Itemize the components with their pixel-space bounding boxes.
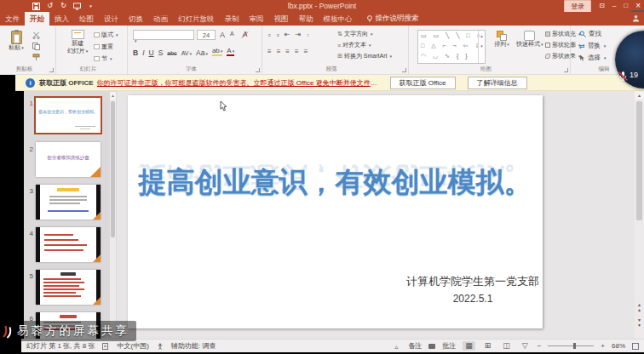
shrink-font-icon[interactable]: A <box>230 31 234 37</box>
paragraph-dialog-launcher[interactable] <box>402 68 406 72</box>
columns-icon[interactable] <box>304 48 308 55</box>
line-spacing-icon[interactable] <box>306 31 309 38</box>
spellcheck-icon[interactable] <box>102 343 109 350</box>
quick-styles-button[interactable]: 快速样式 <box>516 31 542 49</box>
language-indicator[interactable]: 中文(中国) <box>117 341 148 351</box>
format-painter-icon[interactable] <box>32 54 40 61</box>
slide-sorter-view-button[interactable] <box>482 341 494 351</box>
slide-canvas[interactable]: 提高创业意识，有效创业模拟。 提高创业意识，有效创业模拟。 计算机学院学生第一党… <box>128 95 543 328</box>
font-name-combobox[interactable] <box>133 30 194 40</box>
numbering-icon[interactable] <box>276 31 279 38</box>
thumbnail-slide-3[interactable] <box>36 185 101 220</box>
slideshow-view-button[interactable] <box>520 341 531 351</box>
justify-icon[interactable] <box>295 48 299 55</box>
clipboard-dialog-launcher[interactable] <box>49 68 54 72</box>
strikethrough-button[interactable]: abc <box>167 50 176 56</box>
change-case-button[interactable]: Aa <box>196 49 208 57</box>
reading-view-button[interactable] <box>500 341 513 351</box>
italic-button[interactable]: I <box>142 49 144 57</box>
scroll-up-icon[interactable]: ▴ <box>635 91 644 100</box>
clear-formatting-icon[interactable] <box>241 31 249 40</box>
cut-icon[interactable] <box>32 31 40 39</box>
vertical-scrollbar[interactable]: ▴ ▲▲ ▼▼ <box>635 91 644 339</box>
align-right-icon[interactable] <box>285 48 290 55</box>
user-icon[interactable] <box>632 14 640 22</box>
tab-record[interactable]: 录制 <box>220 12 244 26</box>
copy-icon[interactable] <box>32 43 40 50</box>
thumbnail-slide-4[interactable] <box>36 227 101 262</box>
shapes-gallery[interactable]: ▭ ▭ ╲ ╲ □ ○ □ △ ⌐ ¬ ⇦ ⇩ ◠ ◡ ∿ { } ▴▾ <box>417 30 486 64</box>
close-button[interactable] <box>635 2 641 10</box>
login-button[interactable]: 登录 <box>564 0 591 13</box>
tab-draw[interactable]: 绘图 <box>74 12 99 26</box>
tab-review[interactable]: 审阅 <box>244 12 269 26</box>
tell-me-search[interactable]: 操作说明搜索 <box>366 14 419 24</box>
previous-slide-button[interactable]: ▲▲ <box>635 302 644 312</box>
tab-insert[interactable]: 插入 <box>49 12 74 26</box>
accessibility-status[interactable]: 辅助功能: 调查 <box>171 341 216 351</box>
warning-message-link[interactable]: 你的许可证并非正版，你可能是盗版软件的受害者。立即通过正版 Office 避免中… <box>97 78 378 88</box>
shapes-gallery-scrollbar[interactable]: ▴▾ <box>478 31 485 64</box>
accessibility-icon[interactable] <box>157 343 164 350</box>
learn-more-button[interactable]: 了解详细信息 <box>468 77 527 89</box>
zoom-slider-thumb[interactable] <box>573 343 576 349</box>
slide-date-text[interactable]: 2022.5.1 <box>392 293 554 305</box>
next-slide-button[interactable]: ▼▼ <box>635 317 644 328</box>
increase-indent-icon[interactable] <box>296 31 302 38</box>
tab-home[interactable]: 开始 <box>25 12 49 26</box>
bold-button[interactable]: B <box>133 49 138 57</box>
select-button[interactable]: 选择 <box>579 54 607 62</box>
comments-toggle[interactable]: 批注 <box>442 341 456 351</box>
font-dialog-launcher[interactable] <box>256 68 260 72</box>
tab-view[interactable]: 视图 <box>269 12 294 26</box>
ribbon-display-options-icon[interactable] <box>599 3 605 9</box>
slide-byline-text[interactable]: 计算机学院学生第一党支部 <box>392 274 554 289</box>
text-direction-button[interactable]: 文字方向 <box>337 30 392 38</box>
decrease-indent-icon[interactable] <box>285 31 290 38</box>
maximize-button[interactable] <box>624 3 628 9</box>
tab-slideshow[interactable]: 幻灯片放映 <box>173 12 220 26</box>
panel-scroll-up-icon[interactable]: ▴ <box>110 92 116 100</box>
thumbnail-slide-1[interactable]: 提高创业意识，有效创业模拟。 <box>36 98 101 133</box>
font-size-combobox[interactable]: 24 <box>197 30 216 40</box>
redo-icon[interactable] <box>60 3 67 10</box>
font-color-button[interactable]: A <box>227 48 234 56</box>
customize-quick-access-icon[interactable] <box>87 3 95 10</box>
find-button[interactable]: 查找 <box>579 30 607 38</box>
align-center-icon[interactable] <box>277 48 281 55</box>
convert-smartart-button[interactable]: 转换为 SmartArt <box>337 52 392 60</box>
normal-view-button[interactable] <box>463 341 475 351</box>
paste-button[interactable]: 粘贴 <box>7 31 26 52</box>
panel-scrollbar-thumb[interactable] <box>111 101 115 237</box>
zoom-slider[interactable] <box>548 342 594 350</box>
align-left-icon[interactable] <box>267 48 272 55</box>
scrollbar-thumb[interactable] <box>636 101 642 220</box>
highlight-color-button[interactable]: ab <box>212 48 222 56</box>
text-shadow-button[interactable]: S <box>158 49 164 57</box>
tab-file[interactable]: 文件 <box>0 12 25 26</box>
tab-design[interactable]: 设计 <box>99 12 124 26</box>
panel-scrollbar[interactable]: ▴ <box>110 92 116 338</box>
zoom-out-button[interactable]: − <box>538 342 542 350</box>
thumbnail-slide-5[interactable] <box>36 270 101 305</box>
notes-toggle[interactable]: 备注 <box>408 341 422 351</box>
new-slide-button[interactable]: 新建 幻灯片 <box>65 30 90 55</box>
bullets-icon[interactable] <box>267 31 271 38</box>
slide-title-text[interactable]: 提高创业意识，有效创业模拟。 <box>128 163 543 202</box>
start-presentation-icon[interactable] <box>73 3 81 10</box>
align-text-button[interactable]: 对齐文本 <box>337 41 392 49</box>
reset-button[interactable]: 重置 <box>94 43 118 51</box>
fit-slide-to-window-icon[interactable] <box>632 343 639 350</box>
save-icon[interactable] <box>32 3 40 10</box>
grow-font-icon[interactable]: A <box>220 31 225 39</box>
thumbnail-slide-2[interactable]: 创业者模拟演练沙盘 <box>36 142 101 177</box>
drawing-dialog-launcher[interactable] <box>564 68 568 72</box>
undo-icon[interactable] <box>46 3 54 10</box>
tab-templates[interactable]: 模板中心 <box>319 12 358 26</box>
minimize-button[interactable] <box>612 3 616 9</box>
zoom-level[interactable]: 68% <box>612 342 625 350</box>
replace-button[interactable]: 替换 <box>579 42 607 50</box>
tab-transitions[interactable]: 切换 <box>124 12 148 26</box>
underline-button[interactable]: U <box>149 49 154 57</box>
section-button[interactable]: 节 <box>94 54 118 63</box>
